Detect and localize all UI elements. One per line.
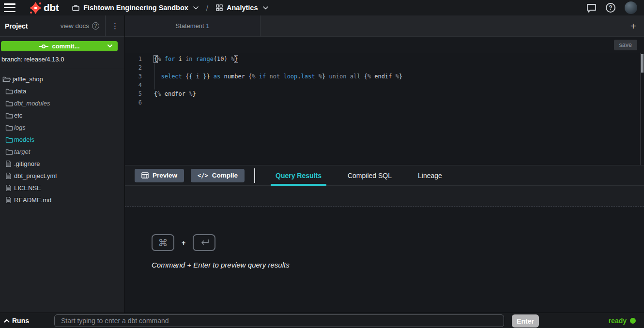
tree-item[interactable]: jaffle_shop xyxy=(0,73,124,85)
status-indicator: ready xyxy=(609,313,636,328)
results-placeholder-band xyxy=(125,186,644,207)
preview-button[interactable]: Preview xyxy=(135,169,184,182)
preview-button-label: Preview xyxy=(153,172,177,179)
results-tab[interactable]: Query Results xyxy=(271,165,326,185)
code-editor[interactable]: 1 {% for i in range(10) %} 2 3 select {{… xyxy=(125,53,644,165)
chat-feedback-icon[interactable] xyxy=(586,3,597,13)
compile-button[interactable]: </> Compile xyxy=(191,169,245,182)
code-line: 1 {% for i in range(10) %} xyxy=(125,55,644,63)
code-line: 2 xyxy=(125,63,644,72)
chevron-up-icon xyxy=(4,319,10,323)
tree-item[interactable]: logs xyxy=(0,121,124,134)
line-number: 1 xyxy=(125,55,142,63)
runs-toggle[interactable]: Runs xyxy=(4,313,29,328)
status-text: ready xyxy=(609,317,627,325)
code-line: 3 select {{ i }} as number {% if not loo… xyxy=(125,72,644,81)
plus-separator: + xyxy=(182,239,185,247)
docs-help-icon: ? xyxy=(92,22,99,30)
workspace-selector[interactable]: Fishtown Engineering Sandbox xyxy=(72,4,199,12)
code-line: 4 xyxy=(125,81,644,89)
tree-item-icon xyxy=(5,136,14,143)
sidebar-header: Project view docs ? ⋮ xyxy=(0,15,124,37)
code-line: 5 {% endfor %} xyxy=(125,89,644,98)
tree-item[interactable]: dbt_modules xyxy=(0,97,124,109)
status-dot-icon xyxy=(630,318,636,324)
sidebar-divider xyxy=(0,68,124,68)
code-line-text: {% endfor %} xyxy=(154,89,196,98)
header-divider xyxy=(254,168,255,183)
code-brackets-icon: </> xyxy=(198,172,208,179)
help-icon[interactable]: ? xyxy=(606,3,615,13)
editor-scrollbar-thumb[interactable] xyxy=(641,54,644,73)
project-selector[interactable]: Analytics xyxy=(216,4,268,12)
tree-item-icon xyxy=(5,160,14,167)
line-number: 3 xyxy=(125,72,142,81)
file-tree: jaffle_shop data dbt_modules etc logs xyxy=(0,73,124,206)
tree-item[interactable]: target xyxy=(0,146,124,158)
results-empty-state: ⌘ + Command + Enter to preview query res… xyxy=(125,207,644,269)
results-panel-header: Preview </> Compile Query Results Compil… xyxy=(125,165,644,186)
results-tabs: Query Results Compiled SQL Lineage xyxy=(271,165,463,185)
tree-item-icon xyxy=(5,184,14,192)
chevron-down-icon xyxy=(263,6,268,10)
briefcase-icon xyxy=(72,4,79,11)
hamburger-menu-icon[interactable] xyxy=(4,3,15,12)
tree-item[interactable]: .gitignore xyxy=(0,158,124,170)
status-bar: Runs Enter ready xyxy=(0,313,644,328)
tree-item-icon xyxy=(5,196,14,204)
line-number: 5 xyxy=(125,89,142,98)
dbt-brand-text: dbt xyxy=(44,2,59,14)
view-docs-link[interactable]: view docs ? xyxy=(61,22,99,30)
save-button[interactable]: save xyxy=(614,40,637,50)
indent-guide xyxy=(154,63,155,89)
tree-item-label: jaffle_shop xyxy=(13,75,43,83)
tree-item[interactable]: models xyxy=(0,134,124,146)
tree-item-label: logs xyxy=(14,124,26,131)
tree-item-label: data xyxy=(14,88,26,95)
project-sidebar: Project view docs ? ⋮ commit... branch: … xyxy=(0,15,125,313)
branch-label: branch: release/4.13.0 xyxy=(1,56,124,63)
sidebar-title: Project xyxy=(5,22,28,30)
dbt-logo-icon xyxy=(29,1,42,15)
enter-button[interactable]: Enter xyxy=(512,314,539,328)
tree-item-label: .gitignore xyxy=(14,160,40,167)
tree-item[interactable]: dbt_project.yml xyxy=(0,170,124,182)
tree-item[interactable]: data xyxy=(0,85,124,97)
commit-button[interactable]: commit... xyxy=(1,41,118,51)
line-number: 2 xyxy=(125,63,142,72)
preview-hint-text: Command + Enter to preview query results xyxy=(152,261,644,269)
results-tab-label: Lineage xyxy=(418,172,442,179)
editor-tab-bar: Statement 1 + xyxy=(125,15,644,37)
tree-item[interactable]: etc xyxy=(0,109,124,121)
line-number: 4 xyxy=(125,81,142,89)
code-line-text: select {{ i }} as number {% if not loop.… xyxy=(154,72,402,81)
dbt-logo[interactable]: dbt xyxy=(29,1,59,15)
grid-icon xyxy=(216,4,223,11)
enter-key-icon xyxy=(193,234,215,251)
results-tab[interactable]: Lineage xyxy=(413,165,447,185)
results-tab-label: Query Results xyxy=(276,172,322,179)
kebab-menu-icon[interactable]: ⋮ xyxy=(105,15,124,36)
tree-item[interactable]: LICENSE xyxy=(0,182,124,194)
chevron-down-icon xyxy=(193,6,199,10)
new-tab-button[interactable]: + xyxy=(627,15,640,36)
commit-chevron-down-icon[interactable] xyxy=(107,45,112,48)
tree-item-label: README.md xyxy=(14,196,51,204)
dbt-command-input[interactable] xyxy=(54,314,504,327)
tab-statement-1[interactable]: Statement 1 xyxy=(125,15,261,36)
tree-item-icon xyxy=(5,88,14,95)
tree-item-icon xyxy=(5,149,14,155)
editor-scrollbar-track xyxy=(640,53,641,165)
tree-item-label: target xyxy=(14,148,30,155)
line-number: 6 xyxy=(125,98,142,107)
results-tab[interactable]: Compiled SQL xyxy=(343,165,397,185)
tree-item-label: LICENSE xyxy=(14,184,41,192)
tree-item-icon xyxy=(5,124,14,131)
project-name: Analytics xyxy=(227,4,258,12)
editor-toolbar: save xyxy=(125,37,644,53)
main-panel: Statement 1 + save 1 {% for i in range(1… xyxy=(125,15,644,313)
tree-item[interactable]: README.md xyxy=(0,194,124,206)
tree-item-icon xyxy=(5,172,14,179)
tree-item-icon xyxy=(5,100,14,107)
user-avatar[interactable] xyxy=(625,1,637,14)
